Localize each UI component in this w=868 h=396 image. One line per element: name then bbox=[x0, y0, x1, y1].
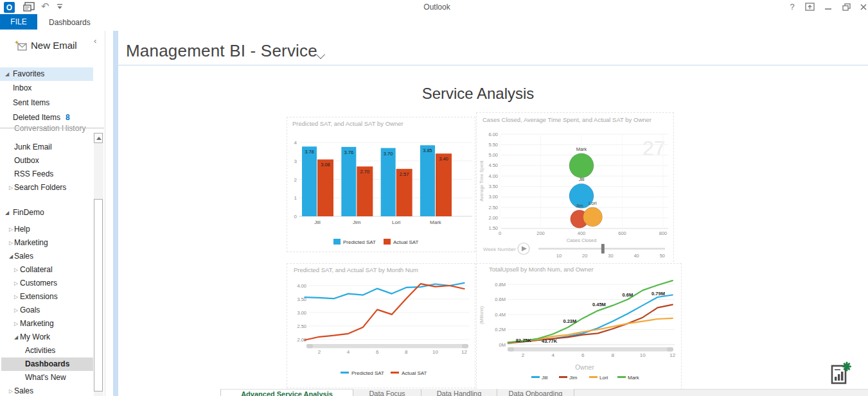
svg-text:4.00: 4.00 bbox=[488, 173, 498, 179]
svg-text:4.00: 4.00 bbox=[297, 283, 306, 289]
collapsed-triangle-icon[interactable]: ▷ bbox=[9, 223, 13, 236]
expanded-triangle-icon[interactable]: ◢ bbox=[14, 331, 18, 344]
window-titlebar: O ↶ Outlook ? bbox=[0, 0, 868, 14]
scrollbar-up-arrow[interactable] bbox=[94, 133, 103, 143]
report-page-tab-advanced-service-analysis[interactable]: Advanced Service Analysis bbox=[220, 389, 353, 396]
svg-text:800: 800 bbox=[659, 230, 668, 236]
collapsed-triangle-icon[interactable]: ▷ bbox=[14, 277, 18, 290]
sidebar-item-search-folders[interactable]: ▷Search Folders bbox=[0, 181, 93, 194]
sidebar-item-my-work[interactable]: ◢My Work bbox=[0, 331, 93, 344]
sidebar-item-sales[interactable]: ◢Sales bbox=[0, 250, 93, 263]
svg-text:3.50: 3.50 bbox=[488, 184, 498, 189]
svg-text:12: 12 bbox=[669, 352, 675, 358]
sidebar-item-help[interactable]: ▷Help bbox=[0, 223, 93, 236]
sidebar-item-junk-email[interactable]: Junk Email bbox=[0, 141, 93, 154]
svg-text:Mark: Mark bbox=[628, 375, 640, 381]
bubble-chart-cases-closed: Cases Closed, Average Time Spent, and Ac… bbox=[477, 113, 673, 264]
help-button[interactable]: ? bbox=[786, 1, 798, 13]
svg-text:Lori: Lori bbox=[599, 375, 608, 381]
tab-dashboards[interactable]: Dashboards bbox=[46, 14, 93, 30]
sidebar-scrollbar[interactable] bbox=[94, 133, 103, 396]
sidebar-item-customers[interactable]: ▷Customers bbox=[0, 277, 93, 290]
expanded-triangle-icon[interactable]: ◢ bbox=[5, 67, 9, 81]
svg-text:20: 20 bbox=[582, 253, 587, 259]
svg-text:O: O bbox=[6, 3, 12, 12]
content-scrollbar[interactable] bbox=[113, 31, 118, 396]
svg-text:8: 8 bbox=[611, 352, 614, 358]
file-tab[interactable]: FILE bbox=[0, 14, 37, 30]
sidebar-item-sales[interactable]: ▷Sales bbox=[0, 384, 93, 396]
svg-text:12: 12 bbox=[461, 349, 467, 355]
chart-h-scrollbar[interactable] bbox=[508, 347, 673, 352]
sidebar-item-inbox[interactable]: Inbox bbox=[0, 82, 93, 95]
dashboard-selector[interactable]: Management BI - Service bbox=[126, 41, 317, 61]
svg-text:2.00: 2.00 bbox=[488, 215, 498, 221]
restore-button[interactable] bbox=[841, 1, 853, 13]
collapse-folder-pane-icon[interactable]: ‹ bbox=[94, 36, 96, 46]
new-email-button[interactable]: New Email bbox=[31, 40, 77, 51]
report-page-tab-data-focus[interactable]: Data Focus bbox=[353, 389, 421, 396]
ribbon-display-options-button[interactable] bbox=[804, 1, 816, 13]
svg-text:0.23M: 0.23M bbox=[563, 318, 576, 324]
sidebar-item-dashboards[interactable]: Dashboards bbox=[1, 357, 93, 371]
svg-text:2: 2 bbox=[294, 177, 297, 183]
sidebar-item-outbox[interactable]: Outbox bbox=[0, 154, 93, 168]
new-report-icon[interactable] bbox=[830, 361, 852, 386]
svg-text:Cases Closed, Average Time Spe: Cases Closed, Average Time Spent, and Ac… bbox=[483, 116, 651, 123]
sidebar-item-marketing[interactable]: ▷Marketing bbox=[0, 236, 93, 250]
chart-h-scrollbar[interactable] bbox=[306, 344, 468, 349]
svg-text:0.6M: 0.6M bbox=[495, 297, 506, 302]
sidebar-item-activities[interactable]: Activities bbox=[0, 344, 93, 357]
svg-text:Actual SAT: Actual SAT bbox=[402, 370, 427, 376]
undo-icon[interactable]: ↶ bbox=[41, 1, 49, 12]
collapsed-triangle-icon[interactable]: ▷ bbox=[14, 317, 18, 331]
report-page-tab-data-handling[interactable]: Data Handling bbox=[421, 389, 497, 396]
collapsed-triangle-icon[interactable]: ▷ bbox=[9, 181, 13, 194]
svg-text:2.50: 2.50 bbox=[297, 323, 306, 329]
sidebar-item-sent-items[interactable]: Sent Items bbox=[0, 96, 93, 110]
scrollbar-thumb[interactable] bbox=[94, 199, 103, 392]
sidebar-item-collateral[interactable]: ▷Collateral bbox=[0, 263, 93, 277]
outlook-app-icon: O bbox=[4, 2, 15, 13]
sidebar-item-rss-feeds[interactable]: RSS Feeds bbox=[0, 168, 93, 181]
svg-text:8: 8 bbox=[405, 349, 408, 355]
svg-text:Lori: Lori bbox=[589, 200, 597, 206]
svg-text:5.50: 5.50 bbox=[488, 142, 498, 148]
svg-text:2.57: 2.57 bbox=[400, 171, 409, 177]
svg-text:0: 0 bbox=[294, 214, 297, 220]
chart-tile-cases-closed-bubble: Cases Closed, Average Time Spent, and Ac… bbox=[476, 112, 674, 265]
svg-text:Predicted SAT: Predicted SAT bbox=[343, 239, 376, 245]
chevron-down-icon[interactable] bbox=[316, 50, 325, 59]
sidebar-item-deleted-items[interactable]: Deleted Items8 bbox=[0, 111, 93, 125]
svg-text:6.00: 6.00 bbox=[488, 132, 498, 137]
sidebar-group-favorites[interactable]: ◢ Favorites bbox=[0, 67, 93, 81]
sidebar-item-goals[interactable]: ▷Goals bbox=[0, 304, 93, 317]
collapsed-triangle-icon[interactable]: ▷ bbox=[14, 290, 18, 304]
week-number-play-button[interactable] bbox=[518, 243, 529, 255]
sidebar-item-conversation-history[interactable]: Conversation History bbox=[14, 124, 85, 133]
sidebar-item-label: Search Folders bbox=[14, 181, 66, 194]
week-number-slider-handle[interactable] bbox=[601, 244, 605, 254]
svg-text:Jim: Jim bbox=[576, 203, 583, 209]
svg-text:2.70: 2.70 bbox=[360, 169, 370, 175]
expanded-triangle-icon[interactable]: ◢ bbox=[9, 250, 13, 263]
expanded-triangle-icon[interactable]: ◢ bbox=[5, 206, 9, 220]
svg-text:0M: 0M bbox=[499, 342, 506, 348]
quick-access-dropdown-icon[interactable] bbox=[57, 4, 63, 10]
sidebar-item-findemo[interactable]: ◢FinDemo bbox=[0, 206, 93, 220]
collapsed-triangle-icon[interactable]: ▷ bbox=[14, 304, 18, 317]
collapsed-triangle-icon[interactable]: ▷ bbox=[9, 384, 13, 396]
collapsed-triangle-icon[interactable]: ▷ bbox=[14, 263, 18, 277]
svg-text:82.75K: 82.75K bbox=[516, 338, 532, 343]
sidebar-item-marketing[interactable]: ▷Marketing bbox=[0, 317, 93, 331]
send-receive-icon[interactable] bbox=[23, 2, 36, 13]
sidebar-item-label: RSS Feeds bbox=[14, 168, 53, 181]
collapsed-triangle-icon[interactable]: ▷ bbox=[9, 236, 13, 250]
close-button[interactable] bbox=[858, 1, 868, 13]
sidebar-item-extensions[interactable]: ▷Extensions bbox=[0, 290, 93, 304]
sidebar-item-what-s-new[interactable]: What's New bbox=[0, 371, 93, 384]
minimize-button[interactable] bbox=[822, 1, 834, 13]
sidebar-item-label: Sales bbox=[14, 384, 33, 396]
svg-text:10: 10 bbox=[556, 253, 562, 259]
report-page-tab-data-onboarding[interactable]: Data Onboarding bbox=[497, 389, 574, 396]
